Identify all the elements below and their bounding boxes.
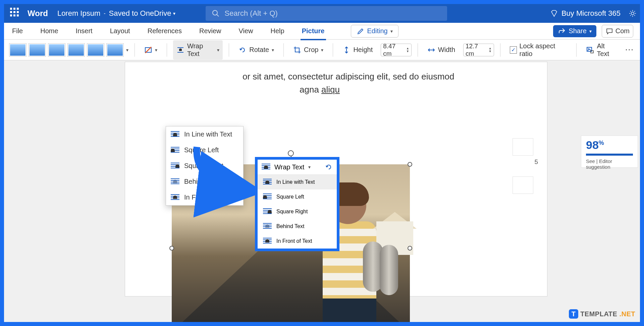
wrap-text-popup: Wrap Text ▾ In Line with Text Square Lef…: [255, 157, 339, 251]
editor-score-bar: [586, 154, 633, 156]
tab-help[interactable]: Help: [269, 25, 286, 37]
crop-icon: [293, 46, 301, 54]
inline-wrap-icon: [263, 179, 272, 185]
divider: [576, 43, 577, 57]
front-text-icon: [171, 194, 179, 201]
wrap-text-icon: [176, 46, 184, 54]
search-box[interactable]: [206, 6, 447, 21]
tab-picture[interactable]: Picture: [301, 25, 326, 37]
menu-item-inline[interactable]: In Line with Text: [166, 126, 243, 142]
chevron-down-icon: ▾: [589, 29, 592, 34]
share-button[interactable]: Share ▾: [553, 25, 596, 37]
app-name: Word: [28, 9, 48, 18]
spinner[interactable]: ▲▼: [489, 47, 492, 53]
lock-aspect-checkbox[interactable]: ✓ Lock aspect ratio: [506, 40, 571, 60]
search-input[interactable]: [224, 9, 441, 18]
square-left-icon: [171, 147, 179, 154]
checkbox-icon: ✓: [510, 46, 517, 54]
divider: [135, 43, 135, 57]
buy-button[interactable]: Buy Microsoft 365: [550, 9, 621, 18]
tab-layout[interactable]: Layout: [109, 25, 131, 37]
menu-item-square-right[interactable]: Square Right: [258, 204, 337, 219]
chevron-down-icon: ▾: [217, 47, 219, 53]
menu-item-behind-text[interactable]: Behind Text: [258, 219, 337, 234]
crop-button[interactable]: Crop ▾: [290, 44, 327, 56]
svg-point-7: [588, 48, 589, 49]
tab-file[interactable]: File: [11, 25, 24, 37]
comments-button[interactable]: Com: [602, 25, 633, 38]
tab-home[interactable]: Home: [39, 25, 59, 37]
editor-panel[interactable]: 98% See | Editor suggestion: [581, 135, 638, 168]
resize-handle[interactable]: [408, 246, 412, 251]
divider: [500, 43, 500, 57]
alt-text-icon: [586, 46, 594, 54]
overflow-button[interactable]: ⋯: [625, 45, 635, 55]
resize-handle[interactable]: [408, 162, 412, 167]
document-title[interactable]: Lorem Ipsum: [57, 9, 100, 18]
tab-references[interactable]: References: [146, 25, 183, 37]
saved-location[interactable]: Saved to OneDrive ▾: [109, 9, 176, 18]
search-icon: [212, 9, 220, 17]
editor-suggestions-link[interactable]: See | Editor suggestion: [586, 158, 633, 170]
width-input[interactable]: 12.7 cm ▲▼: [463, 44, 494, 56]
square-left-icon: [263, 194, 272, 200]
divider: [167, 43, 167, 57]
styles-count: 5: [534, 158, 538, 166]
chevron-down-icon: ▾: [272, 47, 274, 53]
square-right-icon: [263, 208, 272, 215]
height-control: Height: [339, 44, 376, 56]
popup-header[interactable]: Wrap Text ▾: [258, 160, 337, 175]
wrap-text-button[interactable]: Wrap Text ▾: [173, 40, 223, 60]
picture-border-button[interactable]: ▾: [141, 44, 161, 56]
styles-pane-slot[interactable]: [513, 138, 533, 156]
logo-badge-icon: T: [569, 309, 578, 319]
svg-point-0: [213, 10, 217, 15]
divider: [333, 43, 333, 57]
gear-icon[interactable]: [629, 9, 637, 17]
menu-item-square-left[interactable]: Square Left: [258, 189, 337, 204]
style-thumb[interactable]: [29, 44, 46, 56]
chevron-down-icon: ▾: [308, 164, 311, 170]
divider: [229, 43, 229, 57]
svg-line-1: [217, 14, 219, 16]
pencil-icon: [357, 27, 365, 35]
style-thumb[interactable]: [107, 44, 123, 56]
style-thumb[interactable]: [68, 44, 85, 56]
tab-view[interactable]: View: [237, 25, 255, 37]
height-input[interactable]: 8.47 cm ▲▼: [381, 44, 412, 56]
rotate-button[interactable]: Rotate ▾: [235, 44, 277, 56]
diamond-icon: [550, 9, 558, 17]
comment-icon: [605, 27, 613, 35]
tab-review[interactable]: Review: [198, 25, 223, 37]
style-thumb[interactable]: [87, 44, 104, 56]
divider: [418, 43, 418, 57]
paragraph-text: or sit amet, consectetur adipiscing elit…: [243, 70, 530, 83]
style-thumb[interactable]: [48, 44, 65, 56]
alt-text-button[interactable]: Alt Text: [583, 40, 620, 60]
editor-score: 98%: [586, 139, 633, 152]
app-launcher-icon[interactable]: [10, 8, 21, 19]
tab-insert[interactable]: Insert: [74, 25, 94, 37]
ribbon-tabs: File Home Insert Layout References Revie…: [4, 23, 640, 40]
share-icon: [558, 27, 566, 35]
menu-item-inline[interactable]: In Line with Text: [258, 175, 337, 189]
rotate-handle[interactable]: [288, 150, 294, 156]
callout-arrow: [190, 144, 257, 197]
behind-text-icon: [263, 223, 272, 230]
height-icon: [342, 46, 351, 54]
divider: [283, 43, 284, 57]
chevron-down-icon: ▾: [173, 11, 175, 16]
spinner[interactable]: ▲▼: [406, 47, 409, 53]
styles-pane-slot[interactable]: [513, 176, 533, 194]
editing-mode-button[interactable]: Editing ▾: [351, 25, 398, 38]
menu-item-front-text[interactable]: In Front of Text: [258, 234, 337, 249]
chevron-down-icon[interactable]: ▾: [126, 47, 128, 53]
resize-handle[interactable]: [169, 246, 174, 251]
border-icon: [144, 46, 152, 54]
rotate-icon: [238, 46, 247, 54]
style-thumb[interactable]: [9, 44, 26, 56]
picture-styles-gallery[interactable]: ▾: [9, 44, 128, 56]
chevron-down-icon: ▾: [155, 47, 157, 53]
front-text-icon: [263, 238, 272, 245]
rotate-icon[interactable]: [325, 163, 333, 171]
